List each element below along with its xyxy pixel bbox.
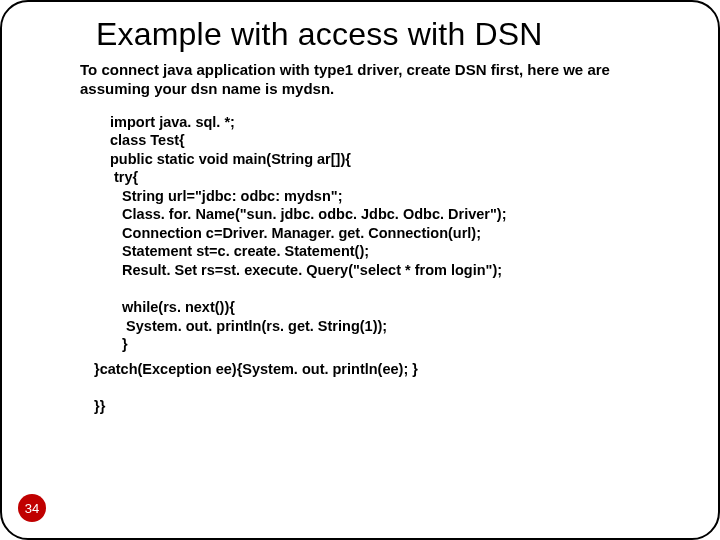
slide-frame: Example with access with DSN To connect … — [0, 0, 720, 540]
intro-text: To connect java application with type1 d… — [80, 61, 658, 99]
code-line: String url="jdbc: odbc: mydsn"; — [110, 188, 342, 204]
page-number: 34 — [25, 501, 39, 516]
page-number-badge: 34 — [18, 494, 46, 522]
slide-title: Example with access with DSN — [96, 16, 718, 53]
code-line: System. out. println(rs. get. String(1))… — [110, 318, 387, 334]
code-line: public static void main(String ar[]){ — [110, 151, 351, 167]
code-line: try{ — [110, 169, 138, 185]
code-block-tail: }catch(Exception ee){System. out. printl… — [94, 360, 678, 416]
code-line: Statement st=c. create. Statement(); — [110, 243, 369, 259]
code-line: Result. Set rs=st. execute. Query("selec… — [110, 262, 502, 278]
code-line: Class. for. Name("sun. jdbc. odbc. Jdbc.… — [110, 206, 506, 222]
code-line: class Test{ — [110, 132, 185, 148]
code-line: }catch(Exception ee){System. out. printl… — [94, 361, 418, 377]
code-line: while(rs. next()){ — [110, 299, 235, 315]
code-line: } — [110, 336, 128, 352]
code-line: Connection c=Driver. Manager. get. Conne… — [110, 225, 481, 241]
code-block: import java. sql. *; class Test{ public … — [110, 113, 678, 354]
code-line: import java. sql. *; — [110, 114, 235, 130]
code-line: }} — [94, 398, 105, 414]
